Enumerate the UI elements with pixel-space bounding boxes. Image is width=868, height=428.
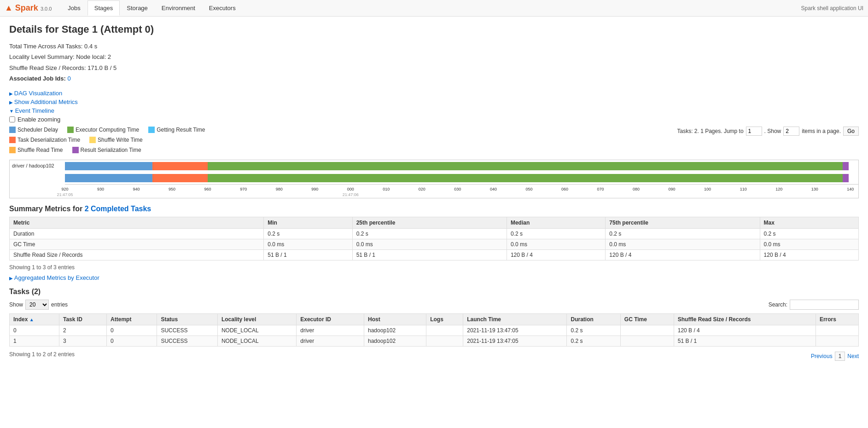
- tick-940: 940: [133, 187, 140, 191]
- metric-p25-0: 0.2 s: [352, 228, 507, 239]
- th-logs[interactable]: Logs: [426, 313, 463, 325]
- total-time: Total Time Across All Tasks: 0.4 s: [9, 41, 859, 52]
- tick-time-mid: 21:47:06: [343, 192, 359, 197]
- task-index-1: 1: [10, 335, 59, 346]
- legend-getting-result: Getting Result Time: [148, 127, 205, 133]
- th-executor[interactable]: Executor ID: [297, 313, 364, 325]
- job-ids: Associated Job Ids: 0: [9, 73, 859, 84]
- col-median: Median: [507, 217, 605, 228]
- timeline-executor-label: driver / hadoop102: [10, 160, 65, 169]
- aggregated-metrics-link[interactable]: Aggregated Metrics by Executor: [9, 274, 859, 281]
- bar-result-1: [843, 162, 849, 170]
- th-attempt[interactable]: Attempt: [107, 313, 157, 325]
- metric-name-1: GC Time: [10, 239, 264, 249]
- task-logs-0: [426, 325, 463, 335]
- th-shuffle-read[interactable]: Shuffle Read Size / Records: [674, 313, 816, 325]
- show-label: . Show: [764, 128, 781, 134]
- tasks-pages-label: Tasks: 2. 1 Pages. Jump to: [677, 128, 744, 134]
- next-button[interactable]: Next: [847, 353, 859, 359]
- metric-name-2: Shuffle Read Size / Records: [10, 249, 264, 260]
- tasks-title: Tasks (2): [9, 288, 859, 296]
- th-locality[interactable]: Locality level: [217, 313, 296, 325]
- th-status[interactable]: Status: [157, 313, 218, 325]
- tick-130: 130: [811, 187, 818, 191]
- task-search-input[interactable]: [790, 300, 859, 310]
- tasks-table: Index ▲ Task ID Attempt Status Locality …: [9, 313, 859, 347]
- job-ids-value[interactable]: 0: [67, 75, 70, 82]
- tick-120: 120: [775, 187, 782, 191]
- task-logs-1: [426, 335, 463, 346]
- th-taskid[interactable]: Task ID: [59, 313, 107, 325]
- metric-p25-2: 51 B / 1: [352, 249, 507, 260]
- th-gc-time[interactable]: GC Time: [620, 313, 674, 325]
- th-launch-time[interactable]: Launch Time: [463, 313, 567, 325]
- nav-storage[interactable]: Storage: [120, 0, 155, 16]
- version-label: 3.0.0: [41, 6, 52, 12]
- nav-jobs[interactable]: Jobs: [61, 0, 87, 16]
- top-navbar: ▲ Spark 3.0.0 Jobs Stages Storage Enviro…: [0, 0, 868, 17]
- app-title: Spark shell application UI: [801, 5, 863, 12]
- tick-010: 010: [383, 187, 390, 191]
- show-items-input[interactable]: [783, 127, 799, 136]
- tick-990: 990: [311, 187, 318, 191]
- legend-getting-result-label: Getting Result Time: [157, 127, 205, 133]
- th-index[interactable]: Index ▲: [10, 313, 59, 325]
- additional-metrics-link[interactable]: Show Additional Metrics: [9, 98, 859, 105]
- metric-p75-1: 0.0 ms: [606, 239, 760, 249]
- tick-110: 110: [740, 187, 747, 191]
- dag-visualization-link[interactable]: DAG Visualization: [9, 90, 859, 97]
- metrics-showing: Showing 1 to 3 of 3 entries: [9, 264, 859, 271]
- timeline-area: driver / hadoop102: [9, 160, 859, 198]
- bar-result-2: [843, 174, 849, 182]
- go-button[interactable]: Go: [843, 127, 859, 136]
- th-host[interactable]: Host: [364, 313, 426, 325]
- shuffle-read-time-color: [9, 147, 16, 153]
- bar-scheduler-1: [65, 162, 152, 170]
- nav-links: Jobs Stages Storage Environment Executor…: [61, 0, 242, 16]
- tick-980: 980: [276, 187, 283, 191]
- pagination-links: Previous 1 Next: [811, 352, 859, 361]
- legend: Scheduler Delay Executor Computing Time …: [9, 127, 507, 153]
- metric-max-0: 0.2 s: [760, 228, 858, 239]
- metric-p75-0: 0.2 s: [606, 228, 760, 239]
- col-p25: 25th percentile: [352, 217, 507, 228]
- tasks-show-controls: Show 20 50 100 entries: [9, 300, 68, 310]
- tasks-search-area: Search:: [769, 300, 859, 310]
- enable-zoom-container: Enable zooming: [9, 116, 859, 123]
- th-duration[interactable]: Duration: [567, 313, 620, 325]
- task-host-1: hadoop102: [364, 335, 426, 346]
- nav-executors[interactable]: Executors: [202, 0, 243, 16]
- completed-tasks-link[interactable]: 2 Completed Tasks: [85, 205, 151, 213]
- tick-930: 930: [97, 187, 104, 191]
- task-status-1: SUCCESS: [157, 335, 218, 346]
- show-entries-select[interactable]: 20 50 100: [25, 300, 49, 310]
- nav-stages[interactable]: Stages: [87, 0, 120, 16]
- tasks-controls: Show 20 50 100 entries Search:: [9, 300, 859, 310]
- metrics-table: Metric Min 25th percentile Median 75th p…: [9, 217, 859, 260]
- task-gc-1: [620, 335, 674, 346]
- nav-environment[interactable]: Environment: [155, 0, 202, 16]
- task-host-0: hadoop102: [364, 325, 426, 335]
- timeline-pagination: Tasks: 2. 1 Pages. Jump to . Show items …: [677, 127, 859, 136]
- task-index-0: 0: [10, 325, 59, 335]
- th-errors[interactable]: Errors: [816, 313, 858, 325]
- col-metric: Metric: [10, 217, 264, 228]
- current-page: 1: [835, 352, 845, 361]
- col-min: Min: [264, 217, 352, 228]
- result-serialization-color: [72, 147, 79, 153]
- event-timeline-link[interactable]: Event Timeline: [9, 107, 859, 114]
- enable-zoom-checkbox[interactable]: [9, 116, 15, 122]
- legend-shuffle-read-time-label: Shuffle Read Time: [17, 147, 63, 153]
- metrics-row-gc: GC Time 0.0 ms 0.0 ms 0.0 ms 0.0 ms 0.0 …: [10, 239, 859, 249]
- task-launch-time-0: 2021-11-19 13:47:05: [463, 325, 567, 335]
- scheduler-delay-color: [9, 127, 16, 133]
- previous-button[interactable]: Previous: [811, 353, 833, 359]
- legend-executor-computing: Executor Computing Time: [67, 127, 139, 133]
- bar-scheduler-2: [65, 174, 152, 182]
- legend-scheduler-delay-label: Scheduler Delay: [17, 127, 58, 133]
- bar-deserialize-2: [152, 174, 208, 182]
- jump-to-input[interactable]: [746, 127, 762, 136]
- metrics-row-shuffle: Shuffle Read Size / Records 51 B / 1 51 …: [10, 249, 859, 260]
- task-deserialization-color: [9, 137, 16, 143]
- tick-090: 090: [669, 187, 676, 191]
